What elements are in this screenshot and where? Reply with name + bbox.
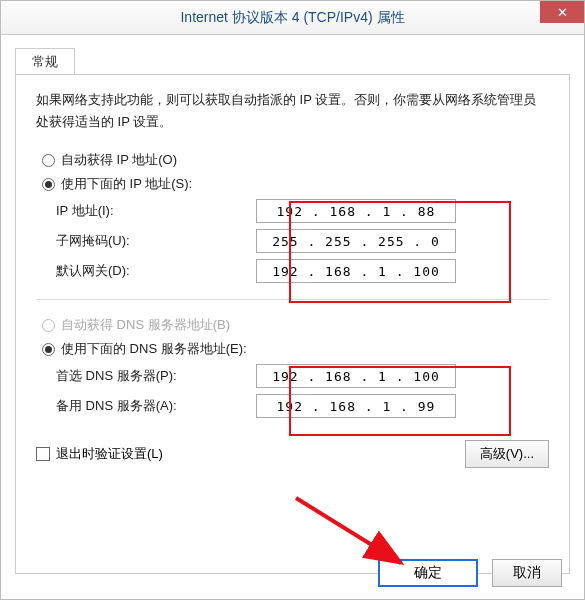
tab-strip: 常规 <box>15 47 584 74</box>
radio-icon <box>42 154 55 167</box>
ip-group: 自动获得 IP 地址(O) 使用下面的 IP 地址(S): IP 地址(I): … <box>36 151 549 283</box>
cancel-button[interactable]: 取消 <box>492 559 562 587</box>
advanced-button[interactable]: 高级(V)... <box>465 440 549 468</box>
gateway-input[interactable]: 192 . 168 . 1 . 100 <box>256 259 456 283</box>
radio-label: 自动获得 DNS 服务器地址(B) <box>61 316 230 334</box>
gateway-row: 默认网关(D): 192 . 168 . 1 . 100 <box>56 259 549 283</box>
close-icon: ✕ <box>557 5 568 20</box>
radio-label: 使用下面的 IP 地址(S): <box>61 175 192 193</box>
subnet-mask-input[interactable]: 255 . 255 . 255 . 0 <box>256 229 456 253</box>
alt-dns-input[interactable]: 192 . 168 . 1 . 99 <box>256 394 456 418</box>
validate-label: 退出时验证设置(L) <box>56 445 465 463</box>
ip-address-row: IP 地址(I): 192 . 168 . 1 . 88 <box>56 199 549 223</box>
radio-icon <box>42 319 55 332</box>
subnet-mask-label: 子网掩码(U): <box>56 232 256 250</box>
tab-general[interactable]: 常规 <box>15 48 75 75</box>
ip-address-input[interactable]: 192 . 168 . 1 . 88 <box>256 199 456 223</box>
tab-panel: 如果网络支持此功能，则可以获取自动指派的 IP 设置。否则，你需要从网络系统管理… <box>15 74 570 574</box>
validate-checkbox[interactable] <box>36 447 50 461</box>
titlebar: Internet 协议版本 4 (TCP/IPv4) 属性 ✕ <box>1 1 584 35</box>
primary-dns-input[interactable]: 192 . 168 . 1 . 100 <box>256 364 456 388</box>
radio-icon <box>42 343 55 356</box>
radio-label: 使用下面的 DNS 服务器地址(E): <box>61 340 247 358</box>
bottom-row: 退出时验证设置(L) 高级(V)... <box>36 440 549 468</box>
dialog-window: Internet 协议版本 4 (TCP/IPv4) 属性 ✕ 常规 如果网络支… <box>0 0 585 600</box>
separator <box>36 299 549 300</box>
alt-dns-row: 备用 DNS 服务器(A): 192 . 168 . 1 . 99 <box>56 394 549 418</box>
ip-address-label: IP 地址(I): <box>56 202 256 220</box>
primary-dns-row: 首选 DNS 服务器(P): 192 . 168 . 1 . 100 <box>56 364 549 388</box>
dialog-buttons: 确定 取消 <box>378 559 562 587</box>
description-text: 如果网络支持此功能，则可以获取自动指派的 IP 设置。否则，你需要从网络系统管理… <box>36 89 549 133</box>
gateway-label: 默认网关(D): <box>56 262 256 280</box>
radio-icon <box>42 178 55 191</box>
radio-dns-manual[interactable]: 使用下面的 DNS 服务器地址(E): <box>42 340 549 358</box>
radio-label: 自动获得 IP 地址(O) <box>61 151 177 169</box>
close-button[interactable]: ✕ <box>540 1 584 23</box>
subnet-mask-row: 子网掩码(U): 255 . 255 . 255 . 0 <box>56 229 549 253</box>
radio-ip-manual[interactable]: 使用下面的 IP 地址(S): <box>42 175 549 193</box>
alt-dns-label: 备用 DNS 服务器(A): <box>56 397 256 415</box>
radio-dns-auto: 自动获得 DNS 服务器地址(B) <box>42 316 549 334</box>
window-title: Internet 协议版本 4 (TCP/IPv4) 属性 <box>9 9 576 27</box>
radio-ip-auto[interactable]: 自动获得 IP 地址(O) <box>42 151 549 169</box>
primary-dns-label: 首选 DNS 服务器(P): <box>56 367 256 385</box>
ok-button[interactable]: 确定 <box>378 559 478 587</box>
dns-group: 自动获得 DNS 服务器地址(B) 使用下面的 DNS 服务器地址(E): 首选… <box>36 316 549 418</box>
